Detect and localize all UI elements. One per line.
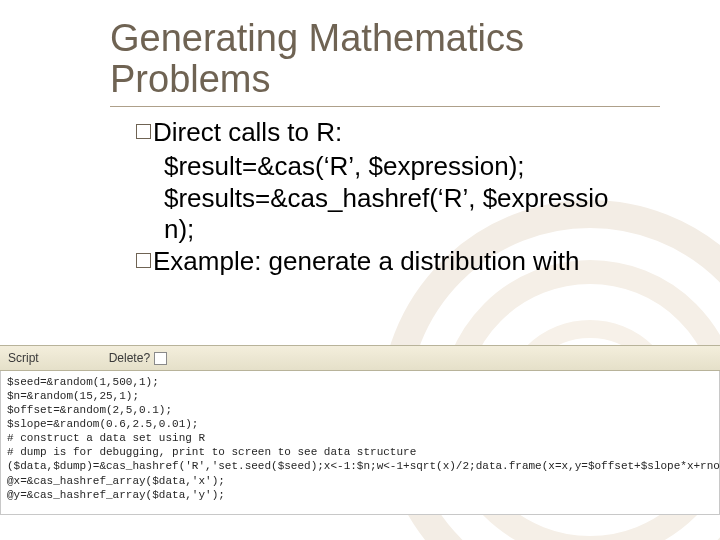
bullet-1-sub1: $result=&cas(‘R’, $expression); bbox=[136, 151, 660, 183]
bullet-1-sub3: n); bbox=[136, 214, 660, 246]
script-panel: Script Delete? $seed=&random(1,500,1); $… bbox=[0, 345, 720, 515]
bullet-2-lead: Example: bbox=[153, 246, 261, 276]
bullet-1: Direct calls to R: bbox=[136, 117, 660, 149]
script-panel-header: Script Delete? bbox=[0, 345, 720, 371]
bullet-1-lead: Direct bbox=[153, 117, 221, 147]
bullet-2: Example: generate a distribution with bbox=[136, 246, 660, 278]
delete-checkbox[interactable] bbox=[154, 352, 167, 365]
delete-label: Delete? bbox=[109, 351, 150, 365]
delete-group: Delete? bbox=[109, 351, 167, 365]
bullet-1-rest: calls to R: bbox=[221, 117, 342, 147]
bullet-box-icon bbox=[136, 253, 151, 268]
slide-content: Generating Mathematics Problems Direct c… bbox=[0, 0, 720, 278]
bullet-list: Direct calls to R: $result=&cas(‘R’, $ex… bbox=[110, 117, 660, 278]
script-label: Script bbox=[8, 351, 39, 365]
bullet-2-rest: generate a distribution with bbox=[261, 246, 579, 276]
script-textarea[interactable]: $seed=&random(1,500,1); $n=&random(15,25… bbox=[0, 371, 720, 515]
bullet-box-icon bbox=[136, 124, 151, 139]
slide-title: Generating Mathematics Problems bbox=[110, 18, 660, 107]
bullet-1-sub2: $results=&cas_hashref(‘R’, $expressio bbox=[136, 183, 660, 215]
